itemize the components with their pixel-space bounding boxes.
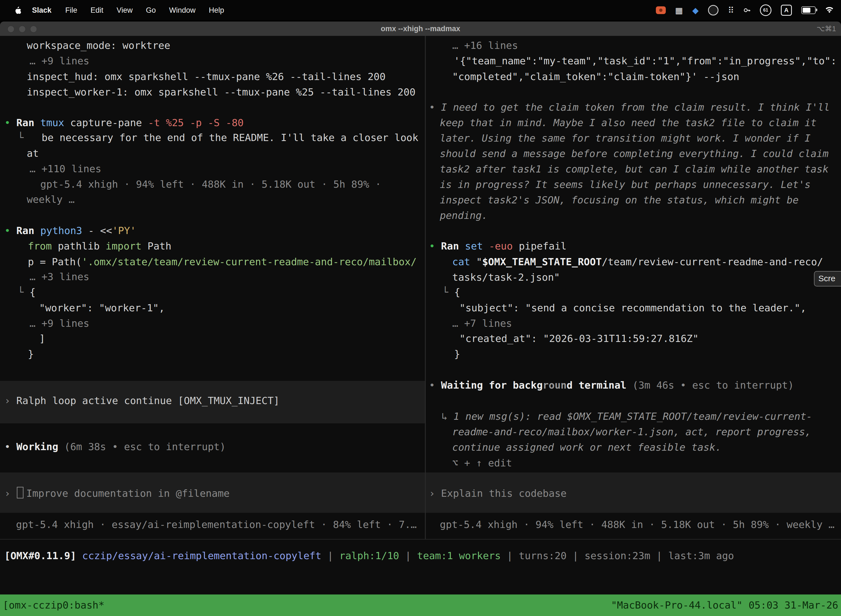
input-source-icon[interactable]: A (781, 5, 792, 16)
menu-edit[interactable]: Edit (84, 6, 110, 14)
text-segment: continue assigned work or next feasible … (452, 441, 721, 453)
text-segment: pipefail (519, 241, 567, 252)
text-segment: Improve documentation in @filename (26, 488, 230, 499)
text-segment: Working (16, 441, 58, 452)
dots-grid-icon[interactable]: ⠿ (728, 6, 734, 15)
menu-bar-status-icons: ▦ ◆ ⠿ 61 A (656, 4, 841, 16)
wifi-glyph-icon (825, 7, 834, 13)
terminal-line: readme-and-reco/mailbox/worker-1.json, a… (452, 424, 811, 440)
terminal-line: tasks/task-2.json" (452, 270, 560, 285)
text-segment: gpt-5.4 xhigh · essay/ai-reimplementatio… (16, 519, 417, 530)
dark-circle-app-icon[interactable] (708, 5, 718, 15)
menu-bar: Slack FileEditViewGoWindowHelp ▦ ◆ ⠿ 61 … (0, 0, 841, 21)
menu-window[interactable]: Window (163, 6, 202, 14)
wifi-icon[interactable] (825, 7, 834, 13)
key-glyph-icon (743, 7, 750, 14)
text-segment: { (454, 286, 460, 298)
window-shortcut-badge: ⌥⌘1 (817, 22, 836, 36)
text-segment: tmux (40, 117, 70, 128)
apple-menu-icon[interactable] (11, 7, 25, 14)
terminal-line: └ { (442, 285, 460, 300)
text-segment: { (29, 286, 35, 298)
terminal-line: • Ran tmux capture-pane -t %25 -p -S -80 (4, 115, 244, 131)
terminal-line: should send a message before completing … (440, 146, 829, 161)
text-segment: 'PY' (112, 225, 136, 236)
text-segment: turns:20 (519, 550, 567, 561)
text-segment: cczip/essay/ai-reimplementation-copyleft (82, 550, 321, 561)
menu-file[interactable]: File (59, 6, 84, 14)
terminal-line: at (27, 146, 39, 161)
text-segment: [OMX#0.11.9] (4, 550, 82, 561)
raycast-icon[interactable]: ◆ (692, 6, 699, 15)
terminal-line: "worker": "worker-1", (39, 300, 165, 316)
text-segment: Explain this codebase (441, 488, 567, 499)
key-icon[interactable] (743, 7, 750, 14)
terminal-line: › Explain this codebase (429, 486, 567, 501)
menu-app-name[interactable]: Slack (25, 6, 59, 15)
terminal-line: … +110 lines (29, 161, 101, 177)
text-segment: from (28, 241, 58, 252)
battery-icon[interactable] (801, 6, 816, 14)
text-segment: • (429, 101, 441, 113)
text-segment: session:23m (585, 550, 650, 561)
text-segment: roun (543, 380, 567, 391)
terminal-line: keep that in mind. Maybe I also need the… (440, 115, 816, 131)
text-segment: ⌥ + ↑ edit (452, 457, 512, 469)
text-segment: inspect task2's JSON, focusing on the st… (440, 194, 799, 205)
text-segment: | (321, 550, 339, 561)
text-segment: team:1 workers (417, 550, 501, 561)
terminal-line: … +16 lines (452, 38, 518, 53)
text-segment: later. Using the same for transition mig… (440, 132, 811, 144)
text-segment: I need to get the claim token from the c… (441, 101, 830, 113)
text-segment: • (429, 241, 441, 252)
tmux-session-label[interactable]: [omx-cczip0:bash* (0, 594, 104, 616)
text-segment: Ran (16, 225, 40, 236)
terminal-line: • Ran set -euo pipefail (429, 238, 567, 254)
text-segment: | (651, 550, 668, 561)
text-segment: "completed","claim_token":"claim-token"}… (452, 71, 739, 82)
text-segment: Ran (441, 241, 465, 252)
window-title-bar[interactable]: omx --xhigh --madmax ⌥⌘1 (0, 22, 841, 37)
text-segment: 1 new msg(s): read $OMX_TEAM_STATE_ROOT/… (453, 411, 812, 422)
screenshot-notification-clipped[interactable]: Scre (814, 271, 841, 286)
terminal-line: ] (39, 331, 45, 346)
menu-help[interactable]: Help (202, 6, 231, 14)
text-segment: pending. (440, 210, 488, 221)
text-segment: └ (18, 132, 24, 143)
text-segment: "created_at": "2026-03-31T11:59:27.816Z" (459, 333, 699, 344)
text-segment: import (105, 241, 148, 252)
grid-app-icon[interactable]: ▦ (675, 6, 683, 15)
text-segment: " (476, 256, 482, 267)
terminal-line: later. Using the same for transition mig… (440, 131, 811, 146)
menu-view[interactable]: View (110, 6, 139, 14)
tmux-pane-divider[interactable] (425, 36, 426, 539)
text-segment: '{"team_name":"my-team","task_id":"1","f… (454, 55, 837, 66)
text-segment: p = Path( (28, 256, 82, 267)
text-segment: inspect_worker-1: omx sparkshell --tmux-… (27, 87, 416, 98)
terminal-line: cat "$OMX_TEAM_STATE_ROOT/team/review-cu… (452, 254, 823, 270)
battery-percent-widget[interactable]: 61 (760, 4, 771, 16)
text-segment: › (4, 395, 16, 406)
text-segment: keep that in mind. Maybe I also need the… (440, 117, 816, 128)
terminal-line: gpt-5.4 xhigh · 94% left · 488K in · 5.1… (40, 177, 381, 192)
text-segment: › (429, 488, 441, 499)
text-segment: … +110 lines (29, 163, 101, 175)
terminal-line: '{"team_name":"my-team","task_id":"1","f… (454, 53, 837, 69)
text-segment: pathlib (58, 241, 105, 252)
terminal-line: › Ralph loop active continue [OMX_TMUX_I… (4, 393, 280, 408)
text-segment: capture-pane (70, 117, 148, 128)
text-segment: d terminal (567, 380, 627, 391)
terminal-line: "completed","claim_token":"claim-token"}… (452, 69, 739, 84)
text-segment: "subject": "send a concise recommendatio… (459, 302, 806, 314)
screen-record-indicator-icon[interactable] (656, 6, 666, 14)
status-separator (0, 539, 841, 540)
text-segment: gpt-5.4 xhigh · 94% left · 488K in · 5.1… (440, 519, 834, 530)
text-segment: (6m 38s • esc to interrupt) (58, 441, 226, 452)
text-segment: Ran (16, 117, 40, 128)
terminal-line: inspect task2's JSON, focusing on the st… (440, 192, 799, 208)
text-segment: … +9 lines (29, 318, 89, 329)
text-segment: -euo (489, 241, 519, 252)
menu-go[interactable]: Go (139, 6, 163, 14)
terminal-line: • I need to get the claim token from the… (429, 100, 830, 115)
terminal-line: inspect_hud: omx sparkshell --tmux-pane … (27, 69, 385, 84)
